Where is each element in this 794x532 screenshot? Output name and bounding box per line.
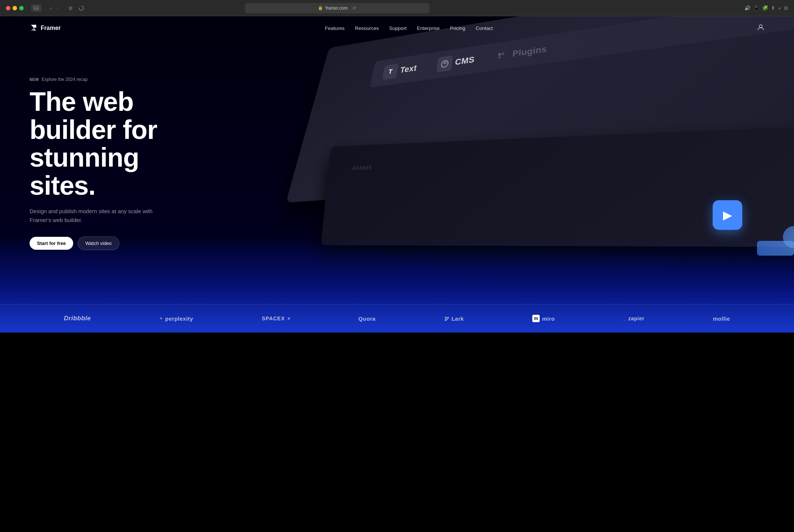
sidebar-icon[interactable]: ⊞ bbox=[784, 5, 788, 11]
logo-bar: Dribbble ✦ perplexity SPACEX ✕ Quora 🕊 L… bbox=[0, 304, 794, 332]
logo-lark: 🕊 Lark bbox=[444, 316, 464, 322]
nav-pricing[interactable]: Pricing bbox=[450, 25, 465, 31]
logo-perplexity: ✦ perplexity bbox=[159, 316, 193, 322]
new-badge: NEW Explore the 2024 recap bbox=[30, 77, 192, 82]
perplexity-text: perplexity bbox=[165, 316, 193, 322]
plugins-tool-label: Plugins bbox=[512, 44, 547, 59]
nav-resources[interactable]: Resources bbox=[355, 25, 379, 31]
speaker-icon[interactable]: 🔊 bbox=[744, 5, 750, 11]
logo-mollie: mollie bbox=[713, 316, 730, 322]
website: T Text CMS bbox=[0, 16, 794, 332]
logo-text: Framer bbox=[41, 25, 61, 31]
tab-icon[interactable] bbox=[31, 4, 41, 12]
user-icon[interactable] bbox=[757, 24, 764, 33]
logo-spacex: SPACEX ✕ bbox=[262, 316, 290, 321]
hero-content: NEW Explore the 2024 recap The web build… bbox=[0, 40, 222, 250]
back-arrow[interactable]: ‹ bbox=[49, 4, 54, 12]
logo-dribbble: Dribbble bbox=[64, 315, 91, 322]
surface-text: Assets bbox=[352, 164, 372, 171]
tl-yellow[interactable] bbox=[13, 6, 17, 10]
logo-quora: Quora bbox=[358, 316, 376, 322]
add-tab-icon[interactable]: + bbox=[778, 5, 781, 11]
hero-cta: Start for free Watch video bbox=[30, 236, 192, 250]
cms-tool: CMS bbox=[436, 52, 476, 73]
cms-tool-label: CMS bbox=[454, 55, 475, 67]
logo-zapier: _ zapier bbox=[624, 316, 645, 321]
nav-enterprise[interactable]: Enterprise bbox=[417, 25, 440, 31]
perplexity-icon: ✦ bbox=[159, 316, 163, 321]
svg-rect-7 bbox=[498, 56, 501, 59]
spacex-text: SPACEX bbox=[262, 316, 285, 321]
nav-links: Features Resources Support Enterprise Pr… bbox=[325, 25, 493, 31]
svg-point-3 bbox=[79, 6, 84, 10]
hero-title-line1: The web builder for bbox=[30, 87, 157, 144]
url-text: framer.com bbox=[325, 6, 347, 11]
nav-logo[interactable]: Framer bbox=[30, 24, 61, 32]
play-button: ▶ bbox=[713, 200, 742, 230]
browser-chrome: ‹ › ⚙ 🔒 framer.com ↺ 🔊 📱 🧩 ⬆ + ⊞ bbox=[0, 0, 794, 16]
text-tool-icon: T bbox=[382, 64, 399, 80]
reload-icon[interactable] bbox=[78, 5, 85, 11]
quora-text: Quora bbox=[358, 316, 376, 322]
tl-red[interactable] bbox=[6, 6, 10, 10]
start-for-free-button[interactable]: Start for free bbox=[30, 237, 73, 250]
address-bar[interactable]: 🔒 framer.com ↺ bbox=[245, 3, 430, 13]
tl-green[interactable] bbox=[19, 6, 24, 10]
cms-tool-icon bbox=[436, 55, 453, 73]
svg-rect-5 bbox=[498, 53, 501, 56]
plugins-tool-icon bbox=[493, 47, 510, 65]
extensions-icon[interactable]: 🧩 bbox=[762, 5, 768, 11]
text-tool-label: Text bbox=[399, 63, 417, 75]
nav-support[interactable]: Support bbox=[389, 25, 407, 31]
hero-title: The web builder for stunning sites. bbox=[30, 88, 192, 200]
logo-miro: m miro bbox=[532, 315, 555, 322]
cast-icon[interactable]: 📱 bbox=[753, 5, 759, 11]
miro-icon: m bbox=[532, 315, 540, 322]
badge-link-text[interactable]: Explore the 2024 recap bbox=[42, 77, 88, 82]
refresh-icon[interactable]: ↺ bbox=[352, 6, 356, 11]
plugins-tool: Plugins bbox=[493, 41, 547, 65]
badge-new-label: NEW bbox=[30, 78, 39, 82]
lark-text: Lark bbox=[451, 316, 464, 322]
zapier-text: zapier bbox=[628, 316, 644, 321]
watch-video-button[interactable]: Watch video bbox=[78, 236, 119, 250]
dribbble-text: Dribbble bbox=[64, 315, 91, 322]
svg-text:⚙: ⚙ bbox=[68, 6, 73, 11]
svg-rect-1 bbox=[34, 7, 38, 10]
text-tool: T Text bbox=[382, 61, 418, 80]
svg-point-8 bbox=[759, 25, 762, 28]
browser-controls bbox=[31, 4, 41, 12]
forward-arrow[interactable]: › bbox=[55, 4, 60, 12]
dev-tools-icon[interactable]: ⚙ bbox=[68, 5, 75, 11]
nav-contact[interactable]: Contact bbox=[476, 25, 493, 31]
nav-features[interactable]: Features bbox=[325, 25, 345, 31]
browser-right-controls: 🔊 📱 🧩 ⬆ + ⊞ bbox=[744, 5, 788, 11]
framer-logo-icon bbox=[30, 24, 38, 32]
hero-title-line2: stunning sites. bbox=[30, 143, 139, 200]
svg-rect-6 bbox=[502, 52, 504, 55]
traffic-lights bbox=[6, 6, 24, 10]
svg-point-4 bbox=[441, 60, 448, 68]
mollie-text: mollie bbox=[713, 316, 730, 322]
navigation: Framer Features Resources Support Enterp… bbox=[0, 16, 794, 40]
hero-subtitle: Design and publish modern sites at any s… bbox=[30, 207, 163, 225]
nav-arrows: ‹ › bbox=[49, 4, 60, 12]
spacex-x-suffix: ✕ bbox=[287, 317, 290, 321]
miro-text: miro bbox=[542, 316, 555, 322]
lock-icon: 🔒 bbox=[318, 6, 323, 10]
zapier-prefix: _ bbox=[624, 316, 626, 321]
lark-icon: 🕊 bbox=[444, 316, 449, 321]
share-icon[interactable]: ⬆ bbox=[771, 5, 775, 11]
